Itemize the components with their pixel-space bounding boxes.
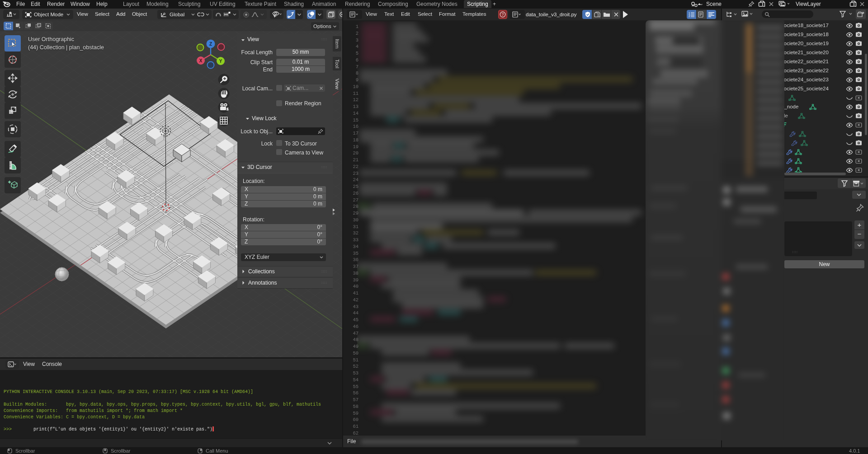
svg-text:Z: Z [209,42,212,47]
svg-text:?: ? [501,12,504,17]
svg-text:2: 2 [689,14,690,18]
svg-text:X: X [199,58,203,63]
svg-text:Y: Y [219,59,222,64]
